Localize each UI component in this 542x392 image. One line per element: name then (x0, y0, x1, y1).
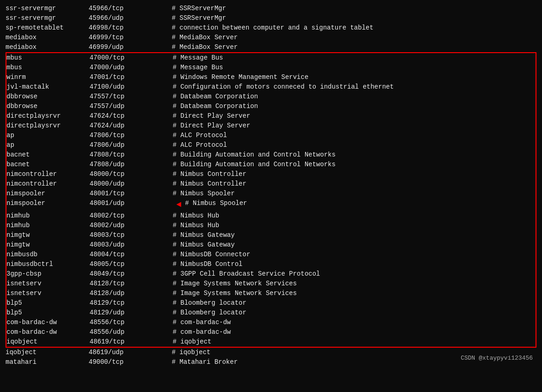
port-number: 47000/udp (90, 63, 173, 72)
port-number: 48619/udp (89, 348, 172, 357)
service-comment: # Image Systems Network Services (173, 279, 297, 289)
port-number: 48001/tcp (90, 189, 173, 199)
port-number: 46999/udp (89, 42, 172, 52)
port-number: 48556/udp (90, 327, 173, 337)
service-comment: # Message Bus (173, 53, 223, 63)
terminal-window: ssr-servermgr45966/tcp# SSRServerMgrssr-… (0, 0, 542, 371)
table-row: ssr-servermgr45966/udp# SSRServerMgr (6, 13, 536, 23)
table-row: nimspooler48001/udp◄# Nimbus Spooler (6, 199, 536, 211)
service-comment: # Nimbus Gateway (173, 230, 235, 240)
table-row: directplaysrvr47624/tcp# Direct Play Ser… (6, 111, 536, 121)
port-number: 48000/tcp (90, 169, 173, 179)
service-comment: # 3GPP Cell Broadcast Service Protocol (173, 269, 320, 279)
port-number: 48049/tcp (90, 269, 173, 279)
service-name: directplaysrvr (6, 111, 90, 121)
red-highlight-box: mbus47000/tcp# Message Busmbus47000/udp#… (6, 52, 536, 348)
port-number: 45966/tcp (89, 4, 172, 13)
service-name: ap (6, 140, 90, 150)
port-number: 46999/tcp (89, 33, 172, 42)
table-row: mediabox46999/tcp# MediaBox Server (6, 33, 536, 42)
service-comment: # Matahari Broker (172, 357, 238, 367)
service-comment: # com-bardac-dw (173, 327, 231, 337)
service-name: iqobject (6, 337, 90, 347)
port-number: 47808/udp (90, 160, 173, 169)
port-number: 46998/tcp (89, 23, 172, 33)
table-row: mediabox46999/udp# MediaBox Server (6, 42, 536, 52)
service-name: nimgtw (6, 240, 90, 250)
port-number: 48129/tcp (90, 298, 173, 308)
port-number: 48129/udp (90, 308, 173, 318)
service-name: sp-remotetablet (6, 23, 89, 33)
service-name: ssr-servermgr (6, 4, 89, 13)
port-number: 48128/udp (90, 289, 173, 298)
service-comment: # SSRServerMgr (172, 13, 226, 23)
table-row: bacnet47808/tcp# Building Automation and… (6, 150, 536, 160)
port-number: 47100/udp (90, 82, 173, 92)
port-number: 48002/tcp (90, 211, 173, 221)
port-number: 48003/tcp (90, 230, 173, 240)
service-name: bacnet (6, 150, 90, 160)
service-name: blp5 (6, 298, 90, 308)
service-name: ap (6, 131, 90, 140)
service-name: isnetserv (6, 289, 90, 298)
table-row: winrm47001/tcp# Windows Remote Managemen… (6, 72, 536, 82)
port-number: 49000/tcp (89, 357, 172, 367)
table-row: nimspooler48001/tcp# Nimbus Spooler (6, 189, 536, 199)
service-name: nimhub (6, 211, 90, 221)
service-comment: # connection between computer and a sign… (172, 23, 373, 33)
service-comment: # Nimbus Controller (173, 179, 247, 189)
service-comment: # Windows Remote Management Service (173, 72, 308, 82)
service-comment: # Nimbus Hub (173, 211, 219, 221)
service-comment: # Configuration of motors conneced to in… (173, 82, 394, 92)
service-name: iqobject (6, 348, 89, 357)
port-number: 47557/tcp (90, 92, 173, 102)
table-row: ap47806/tcp# ALC Protocol (6, 131, 536, 140)
service-comment: # Nimbus Spooler (185, 199, 247, 211)
port-number: 47000/tcp (90, 53, 173, 63)
service-name: nimcontroller (6, 169, 90, 179)
service-name: directplaysrvr (6, 121, 90, 131)
table-row: directplaysrvr47624/udp# Direct Play Ser… (6, 121, 536, 131)
service-name: jvl-mactalk (6, 82, 90, 92)
table-row: dbbrowse47557/udp# Databeam Corporation (6, 102, 536, 111)
service-name: com-bardac-dw (6, 318, 90, 327)
service-name: nimspooler (6, 189, 90, 199)
port-number: 47624/tcp (90, 111, 173, 121)
port-number: 48004/tcp (90, 250, 173, 259)
service-comment: # iqobject (172, 348, 211, 357)
table-row: nimgtw48003/tcp# Nimbus Gateway (6, 230, 536, 240)
service-comment: # MediaBox Server (172, 42, 238, 52)
port-number: 48556/tcp (90, 318, 173, 327)
service-comment: # Nimbus Controller (173, 169, 247, 179)
port-number: 47557/udp (90, 102, 173, 111)
port-number: 48002/udp (90, 221, 173, 230)
table-row: iqobject48619/tcp# iqobject (6, 337, 536, 347)
service-name: bacnet (6, 160, 90, 169)
table-row: ap47806/udp# ALC Protocol (6, 140, 536, 150)
port-number: 48001/udp (90, 199, 173, 211)
service-name: isnetserv (6, 279, 90, 289)
service-name: nimhub (6, 221, 90, 230)
port-number: 47001/tcp (90, 72, 173, 82)
service-comment: # com-bardac-dw (173, 318, 231, 327)
table-row: nimcontroller48000/udp# Nimbus Controlle… (6, 179, 536, 189)
table-row: nimhub48002/tcp# Nimbus Hub (6, 211, 536, 221)
table-row: nimbusdbctrl48005/tcp# NimbusDB Control (6, 259, 536, 269)
service-comment: # Bloomberg locator (173, 298, 247, 308)
red-arrow-icon: ◄ (176, 199, 181, 211)
table-row: ssr-servermgr45966/tcp# SSRServerMgr (6, 4, 536, 13)
service-name: blp5 (6, 308, 90, 318)
table-row: sp-remotetablet46998/tcp# connection bet… (6, 23, 536, 33)
service-comment: # Building Automation and Control Networ… (173, 160, 336, 169)
service-comment: # Nimbus Gateway (173, 240, 235, 250)
watermark: CSDN @xtaypyvi123456 (461, 354, 533, 363)
service-name: ssr-servermgr (6, 13, 89, 23)
port-number: 47806/udp (90, 140, 173, 150)
service-name: nimgtw (6, 230, 90, 240)
table-row: matahari49000/tcp# Matahari Broker (6, 357, 536, 367)
service-name: nimbusdbctrl (6, 259, 90, 269)
service-comment: # NimbusDB Control (173, 259, 242, 269)
table-row: isnetserv48128/tcp# Image Systems Networ… (6, 279, 536, 289)
table-row: com-bardac-dw48556/tcp# com-bardac-dw (6, 318, 536, 327)
table-row: nimhub48002/udp# Nimbus Hub (6, 221, 536, 230)
